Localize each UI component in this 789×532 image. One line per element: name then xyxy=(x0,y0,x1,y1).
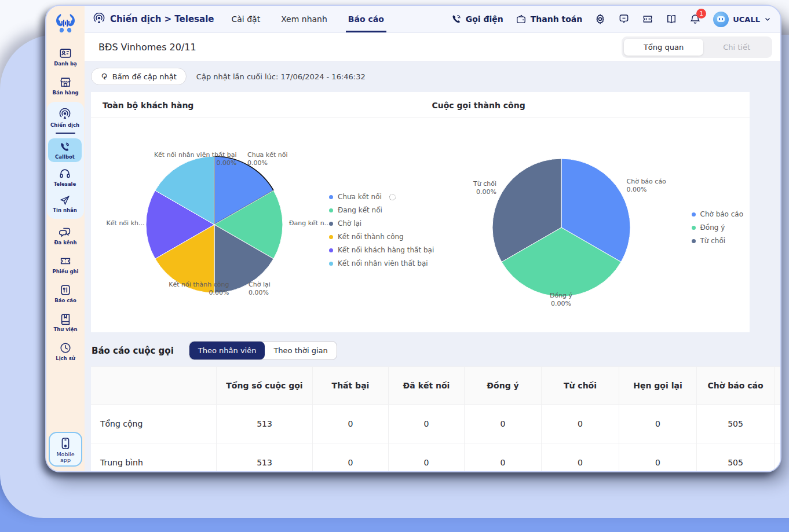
notifications-button[interactable]: 1 xyxy=(689,13,701,25)
toggle-theo-thoi-gian[interactable]: Theo thời gian xyxy=(265,342,336,359)
legend-item[interactable]: Từ chối xyxy=(692,237,744,245)
chat-button[interactable] xyxy=(618,13,630,25)
table-cell: 513 xyxy=(217,405,313,443)
legend-dot xyxy=(329,208,333,212)
user-menu[interactable]: UCALL xyxy=(713,12,771,27)
table-header-cell: Đã kết nối xyxy=(389,367,465,405)
view-tab-chi-tiet[interactable]: Chi tiết xyxy=(703,39,770,56)
pie-callout-label: Kết nối thành công0.00% xyxy=(169,281,229,296)
pie-callout-label: Đang kết n... xyxy=(289,219,330,228)
sidebar-item-label: Thư viện xyxy=(49,326,82,332)
send-icon xyxy=(59,195,71,206)
legend-item[interactable]: Kết nối nhân viên thất bại xyxy=(329,259,434,267)
avatar xyxy=(713,12,729,27)
tab-label: Báo cáo xyxy=(348,14,384,24)
table-cell: 0 xyxy=(313,443,389,472)
campaign-broadcast-icon xyxy=(93,13,105,25)
sidebar-item-tin-nhan[interactable]: Tin nhắn xyxy=(48,192,82,215)
table-cell: 03:20:41 xyxy=(775,405,781,443)
user-name: UCALL xyxy=(733,15,760,24)
app-logo-icon[interactable] xyxy=(53,10,78,36)
settings-button[interactable] xyxy=(594,13,606,25)
sidebar-campaign-group: Chiến dịch Callbot xyxy=(47,102,84,219)
legend-item[interactable]: Kết nối khách hàng thất bại xyxy=(329,246,434,254)
legend-dot xyxy=(692,212,696,217)
chat-bubble-icon xyxy=(618,13,630,25)
view-tab-tong-quan[interactable]: Tổng quan xyxy=(624,39,703,56)
sidebar-item-danh-ba[interactable]: Danh bạ xyxy=(49,44,82,69)
extension-button[interactable] xyxy=(642,13,653,25)
pie-callout-label: Chờ báo cáo0.00% xyxy=(627,178,666,193)
table-header-cell: Tổng thời gian gọi xyxy=(775,367,781,405)
sidebar-item-bao-cao[interactable]: Báo cáo xyxy=(49,281,82,306)
sidebar-item-label: Telesale xyxy=(48,181,82,187)
tab-label: Cài đặt xyxy=(231,14,260,24)
legend-item[interactable]: Đồng ý xyxy=(692,223,744,232)
sidebar-item-label: Chiến dịch xyxy=(48,122,82,128)
sidebar-item-callbot[interactable]: Callbot xyxy=(48,138,82,162)
table-cell: 0 xyxy=(389,443,465,472)
sidebar-item-ban-hang[interactable]: Bán hàng xyxy=(49,73,82,98)
tab-label: Xem nhanh xyxy=(281,14,327,24)
nav-right-actions: Gọi điện Thanh toán xyxy=(451,6,771,32)
pie-callout-label: Kết nối kh... xyxy=(107,219,145,228)
sidebar-item-lich-su[interactable]: Lịch sử xyxy=(49,339,82,364)
refresh-icon: ⟳ xyxy=(100,73,109,80)
gear-icon xyxy=(594,13,606,25)
legend-item[interactable]: Đang kết nối xyxy=(329,206,434,214)
sidebar-item-da-kenh[interactable]: Đa kênh xyxy=(49,223,82,248)
legend-item[interactable]: Kết nối thành công xyxy=(329,233,434,241)
legend-label: Từ chối xyxy=(700,237,726,245)
open-book-icon xyxy=(666,13,677,25)
main-area: Chiến dịch > Telesale Cài đặt Xem nhanh … xyxy=(85,6,780,471)
last-updated-text: Cập nhật lần cuối lúc: 17/06/2024 - 16:4… xyxy=(196,72,366,81)
legend-item[interactable]: Chưa kết nối xyxy=(329,193,434,201)
legend-label: Đang kết nối xyxy=(338,206,382,214)
tab-bao-cao[interactable]: Báo cáo xyxy=(348,6,384,32)
table-cell: 505 xyxy=(697,405,775,443)
chevron-down-icon xyxy=(764,16,771,23)
page-content: ⟳ Bấm để cập nhật Cập nhật lần cuối lúc:… xyxy=(85,61,780,471)
mobile-app-button[interactable]: Mobile app xyxy=(49,432,82,467)
sidebar-item-thu-vien[interactable]: Thư viện xyxy=(49,310,82,335)
table-cell: 0 xyxy=(465,405,542,443)
toggle-theo-nhan-vien[interactable]: Theo nhân viên xyxy=(189,342,265,359)
sidebar: Danh bạ Bán hàng Ch xyxy=(46,6,85,471)
table-cell: 0 xyxy=(542,443,619,472)
legend-item[interactable]: Chờ báo cáo xyxy=(692,210,744,218)
call-button[interactable]: Gọi điện xyxy=(451,14,503,24)
sidebar-item-chien-dich[interactable]: Chiến dịch xyxy=(48,105,82,130)
legend-label: Chờ lại xyxy=(338,219,361,228)
refresh-button[interactable]: ⟳ Bấm để cập nhật xyxy=(91,68,187,85)
app-window: Danh bạ Bán hàng Ch xyxy=(45,5,781,472)
tab-xem-nhanh[interactable]: Xem nhanh xyxy=(281,6,327,32)
tab-cai-dat[interactable]: Cài đặt xyxy=(231,6,260,32)
table-cell: Tổng cộng xyxy=(91,405,217,443)
table-header-cell: Đồng ý xyxy=(465,367,542,405)
notification-badge: 1 xyxy=(696,9,706,19)
table-cell: 0 xyxy=(619,405,697,443)
docs-button[interactable] xyxy=(666,13,677,25)
ticket-icon xyxy=(59,255,72,267)
legend-dot xyxy=(329,262,333,266)
legend-dot xyxy=(329,222,333,226)
multichannel-chat-icon xyxy=(59,226,72,239)
table-header-cell: Hẹn gọi lại xyxy=(619,367,697,405)
legend-dot xyxy=(329,195,333,199)
pie-callout-label: Từ chối0.00% xyxy=(473,180,496,196)
table-header-cell: Thất bại xyxy=(313,367,389,405)
legend-label: Kết nối thành công xyxy=(338,233,404,241)
legend-label: Kết nối khách hàng thất bại xyxy=(338,246,434,254)
refresh-button-label: Bấm để cập nhật xyxy=(112,72,177,81)
contact-card-icon xyxy=(59,47,72,60)
sidebar-item-telesale[interactable]: Telesale xyxy=(48,164,82,189)
sidebar-item-label: Callbot xyxy=(48,154,82,160)
legend-item[interactable]: Chờ lại xyxy=(329,219,434,228)
headset-icon xyxy=(59,167,71,180)
coupon-icon xyxy=(642,13,653,25)
bar-chart-icon xyxy=(59,284,72,296)
table-header-cell xyxy=(91,367,217,405)
payment-button[interactable]: Thanh toán xyxy=(516,14,583,25)
sidebar-item-phieu-ghi[interactable]: Phiếu ghi xyxy=(49,252,82,277)
breadcrumb[interactable]: Chiến dịch > Telesale xyxy=(93,6,214,32)
